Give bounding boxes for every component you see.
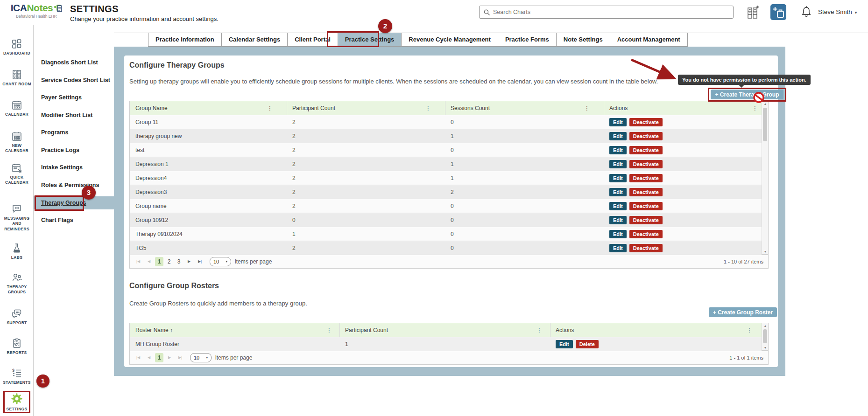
icanotes-logo[interactable]: ICANotes Behavioral Health EHR <box>8 2 64 19</box>
sidebar-item-quick-calendar[interactable]: QUICK CALENDAR <box>0 162 34 186</box>
notifications-bell-icon[interactable] <box>800 5 812 19</box>
edit-button[interactable]: Edit <box>609 118 627 126</box>
menu-item-practice-logs[interactable]: Practice Logs <box>41 147 79 153</box>
column-menu-icon[interactable]: ⋮ <box>584 104 590 112</box>
pager-first-button[interactable]: |◀ <box>134 353 143 362</box>
tab-practice-settings[interactable]: Practice Settings <box>338 33 402 47</box>
menu-item-payer-settings[interactable]: Payer Settings <box>41 94 82 101</box>
tab-revenue-cycle-management[interactable]: Revenue Cycle Management <box>401 33 498 47</box>
scroll-down-icon[interactable]: ▼ <box>762 346 769 349</box>
table-row[interactable]: Depression322 EditDeactivate <box>130 185 762 199</box>
sidebar-item-settings[interactable]: SETTINGS <box>0 392 34 412</box>
page-size-select[interactable]: 10▾ <box>190 353 212 362</box>
pager-last-button[interactable]: ▶| <box>195 257 205 266</box>
sidebar-item-reports[interactable]: REPORTS <box>0 338 34 355</box>
column-menu-icon[interactable]: ⋮ <box>747 326 752 334</box>
table-row[interactable]: TG520 EditDeactivate <box>130 241 762 255</box>
deactivate-button[interactable]: Deactivate <box>629 230 663 238</box>
deactivate-button[interactable]: Deactivate <box>629 244 663 252</box>
tab-account-management[interactable]: Account Management <box>610 33 688 47</box>
pager-first-button[interactable]: |◀ <box>134 257 143 266</box>
sidebar-item-new-calendar[interactable]: NEW CALENDAR <box>0 131 34 154</box>
sidebar-item-support[interactable]: SUPPORT <box>0 308 34 326</box>
pager-page-3[interactable]: 3 <box>175 257 183 266</box>
column-menu-icon[interactable]: ⋮ <box>425 104 431 112</box>
menu-item-programs[interactable]: Programs <box>41 129 68 136</box>
table-row[interactable]: Depression421 EditDeactivate <box>130 171 762 185</box>
pager-page-1[interactable]: 1 <box>155 257 163 266</box>
pager-page-2[interactable]: 2 <box>165 257 173 266</box>
column-header-sessions-count[interactable]: Sessions Count <box>445 101 604 115</box>
tab-practice-information[interactable]: Practice Information <box>148 33 222 47</box>
deactivate-button[interactable]: Deactivate <box>629 216 663 224</box>
column-header-roster-name[interactable]: Roster Name ↑ <box>130 323 339 337</box>
table-row[interactable]: Group 1091200 EditDeactivate <box>130 213 762 227</box>
table-row[interactable]: Therapy 0910202410 EditDeactivate <box>130 227 762 241</box>
edit-button[interactable]: Edit <box>609 244 627 252</box>
new-chart-icon[interactable] <box>746 5 760 20</box>
column-header-group-name[interactable]: Group Name⋮ <box>130 101 287 115</box>
column-header-participant-count[interactable]: Participant Count <box>287 101 445 115</box>
edit-button[interactable]: Edit <box>609 202 627 210</box>
table-row[interactable]: therapy group new21 EditDeactivate <box>130 129 762 143</box>
edit-button[interactable]: Edit <box>609 230 627 238</box>
column-menu-icon[interactable]: ⋮ <box>536 326 542 334</box>
edit-button[interactable]: Edit <box>609 216 627 224</box>
tab-note-settings[interactable]: Note Settings <box>556 33 610 47</box>
table-scrollbar[interactable]: ▲ ▼ <box>762 101 768 254</box>
deactivate-button[interactable]: Deactivate <box>629 132 663 140</box>
sidebar-item-labs[interactable]: LABS <box>0 243 34 260</box>
menu-item-therapy-groups[interactable]: Therapy Groups <box>41 200 86 206</box>
scroll-up-icon[interactable]: ▲ <box>762 324 769 327</box>
sidebar-item-therapy-groups[interactable]: THERAPY GROUPS <box>0 272 34 295</box>
edit-button[interactable]: Edit <box>609 146 627 154</box>
pager-last-button[interactable]: ▶| <box>176 353 185 362</box>
table-row[interactable]: test20 EditDeactivate <box>130 143 762 157</box>
deactivate-button[interactable]: Deactivate <box>629 174 663 182</box>
table-row[interactable]: Depression 121 EditDeactivate <box>130 157 762 171</box>
menu-item-chart-flags[interactable]: Chart Flags <box>41 217 73 223</box>
column-header-participant-count[interactable]: Participant Count <box>339 323 550 337</box>
deactivate-button[interactable]: Deactivate <box>629 146 663 154</box>
sidebar-item-messaging[interactable]: MESSAGING AND REMINDERS <box>0 203 34 232</box>
tab-client-portal[interactable]: Client Portal <box>287 33 338 47</box>
edit-button[interactable]: Edit <box>609 188 627 196</box>
sidebar-item-calendar[interactable]: CALENDAR <box>0 99 34 117</box>
tab-practice-forms[interactable]: Practice Forms <box>498 33 557 47</box>
column-menu-icon[interactable]: ⋮ <box>267 104 273 112</box>
edit-button[interactable]: Edit <box>609 174 627 182</box>
pager-page-1[interactable]: 1 <box>155 353 163 362</box>
menu-item-service-codes-short-list[interactable]: Service Codes Short List <box>41 77 110 83</box>
create-group-roster-button[interactable]: + Create Group Roster <box>709 307 777 317</box>
column-menu-icon[interactable]: ⋮ <box>326 326 332 334</box>
menu-item-diagnosis-short-list[interactable]: Diagnosis Short List <box>41 59 98 66</box>
scrollbar-thumb[interactable] <box>763 329 767 343</box>
scrollbar-thumb[interactable] <box>763 108 767 141</box>
column-header-actions[interactable]: Actions <box>550 323 762 337</box>
menu-item-intake-settings[interactable]: Intake Settings <box>41 164 83 171</box>
pager-next-button[interactable]: ▶ <box>184 257 194 266</box>
table-row[interactable]: Group name20 EditDeactivate <box>130 199 762 213</box>
pager-prev-button[interactable]: ◀ <box>144 353 154 362</box>
add-prescription-icon[interactable] <box>770 4 786 20</box>
table-scrollbar[interactable]: ▲ ▼ <box>762 323 768 350</box>
pager-prev-button[interactable]: ◀ <box>144 257 154 266</box>
deactivate-button[interactable]: Deactivate <box>629 188 663 196</box>
table-row[interactable]: MH Group Roster 1 EditDelete <box>130 337 762 351</box>
user-menu[interactable]: Steve Smith▾ <box>818 8 857 15</box>
scroll-down-icon[interactable]: ▼ <box>762 250 769 253</box>
create-therapy-group-button[interactable]: + Create Therapy Group <box>711 90 783 99</box>
search-input[interactable] <box>493 9 708 15</box>
sidebar-item-chart-room[interactable]: CHART ROOM <box>0 69 34 87</box>
sidebar-item-statements[interactable]: $ STATEMENTS <box>0 367 34 385</box>
edit-button[interactable]: Edit <box>556 340 573 348</box>
page-size-select[interactable]: 10▾ <box>210 257 231 266</box>
edit-button[interactable]: Edit <box>609 160 627 168</box>
menu-item-modifier-short-list[interactable]: Modifier Short List <box>41 112 92 118</box>
deactivate-button[interactable]: Deactivate <box>629 118 663 126</box>
column-header-actions[interactable]: Actions⋮ <box>604 101 762 115</box>
edit-button[interactable]: Edit <box>609 132 627 140</box>
table-row[interactable]: Group 1120 EditDeactivate <box>130 115 762 129</box>
tab-calendar-settings[interactable]: Calendar Settings <box>221 33 288 47</box>
delete-button[interactable]: Delete <box>576 340 599 348</box>
